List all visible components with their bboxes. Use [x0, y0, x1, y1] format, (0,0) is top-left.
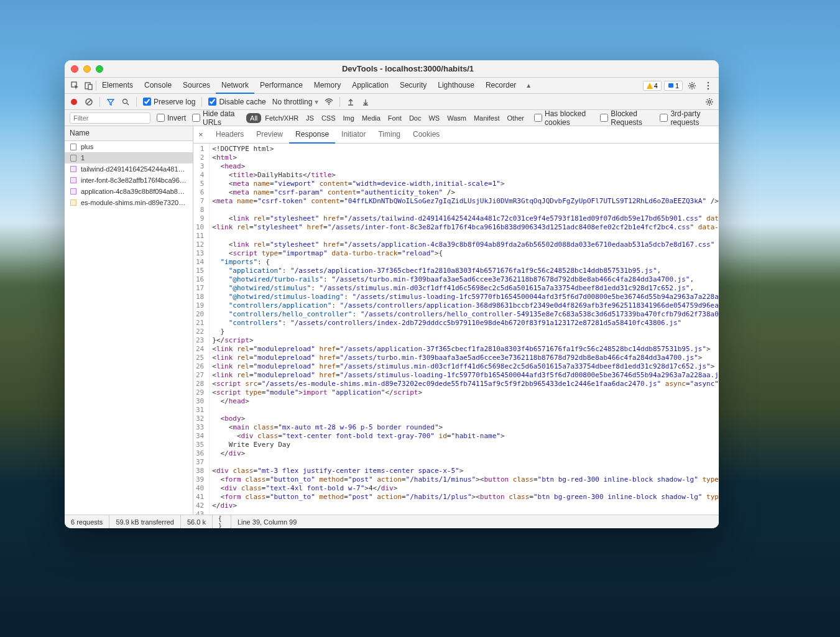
traffic-lights — [71, 65, 103, 73]
svg-rect-2 — [88, 85, 92, 89]
status-requests: 6 requests — [65, 515, 109, 528]
tab-console[interactable]: Console — [139, 78, 177, 94]
blocked-cookies-checkbox[interactable]: Has blocked cookies — [534, 109, 594, 127]
filter-type-fetchxhr[interactable]: Fetch/XHR — [261, 113, 302, 123]
settings-icon-2[interactable] — [705, 98, 714, 106]
network-toolbar: Preserve log Disable cache No throttling… — [65, 94, 719, 110]
code-content: <!DOCTYPE html><html> <head> <title>Dail… — [210, 144, 719, 515]
disable-cache-checkbox[interactable]: Disable cache — [208, 98, 265, 106]
download-icon[interactable] — [361, 98, 370, 106]
cursor-position: Line 39, Column 99 — [231, 515, 303, 528]
request-row[interactable]: tailwind-d24914164254244a481c72c… — [65, 163, 193, 175]
record-icon[interactable] — [70, 98, 78, 106]
sub-tab-headers[interactable]: Headers — [210, 126, 250, 144]
svg-point-13 — [328, 104, 330, 105]
filter-type-css[interactable]: CSS — [318, 113, 339, 123]
filter-type-font[interactable]: Font — [384, 113, 405, 123]
svg-point-14 — [708, 101, 711, 103]
device-toggle-icon[interactable] — [82, 79, 96, 93]
settings-icon[interactable] — [685, 79, 699, 93]
sub-tab-timing[interactable]: Timing — [372, 126, 407, 144]
main-tabs-row: ElementsConsoleSourcesNetworkPerformance… — [65, 78, 719, 94]
preserve-log-label: Preserve log — [154, 98, 195, 106]
svg-point-4 — [691, 85, 693, 87]
request-list: plus1tailwind-d24914164254244a481c72c…in… — [65, 141, 193, 515]
window-title: DevTools - localhost:3000/habits/1 — [103, 64, 713, 73]
svg-point-5 — [708, 81, 709, 83]
tab-network[interactable]: Network — [216, 78, 254, 94]
request-label: tailwind-d24914164254244a481c72c… — [81, 165, 188, 173]
tab-security[interactable]: Security — [394, 78, 432, 94]
recorder-preview-icon[interactable]: ▲ — [522, 79, 535, 93]
detail-sub-tabs: × HeadersPreviewResponseInitiatorTimingC… — [193, 126, 719, 144]
js-icon — [70, 199, 77, 206]
invert-checkbox[interactable]: Invert — [157, 114, 186, 122]
maximize-window-button[interactable] — [96, 65, 103, 73]
tab-elements[interactable]: Elements — [96, 78, 139, 94]
wifi-icon[interactable] — [325, 98, 333, 106]
line-gutter: 1234567891011121314151617181920212223242… — [193, 144, 210, 515]
request-label: inter-font-8c3e82affb176f4bca9616b8… — [81, 176, 188, 184]
request-row[interactable]: application-4c8a39c8b8f094ab89fda2… — [65, 186, 193, 197]
filter-type-other[interactable]: Other — [504, 113, 528, 123]
preserve-log-checkbox[interactable]: Preserve log — [143, 98, 195, 106]
status-transferred: 59.9 kB transferred — [109, 515, 181, 528]
hide-data-urls-checkbox[interactable]: Hide data URLs — [192, 109, 240, 127]
filter-icon[interactable] — [106, 98, 115, 106]
tab-memory[interactable]: Memory — [308, 78, 346, 94]
tab-application[interactable]: Application — [346, 78, 394, 94]
response-code-area[interactable]: 1234567891011121314151617181920212223242… — [193, 144, 719, 515]
filter-type-doc[interactable]: Doc — [405, 113, 425, 123]
doc-icon — [70, 143, 77, 150]
third-party-checkbox[interactable]: 3rd-party requests — [660, 109, 714, 127]
inspect-icon[interactable] — [68, 79, 82, 93]
filter-type-manifest[interactable]: Manifest — [470, 113, 504, 123]
name-column-header[interactable]: Name — [65, 126, 193, 141]
search-icon[interactable] — [121, 98, 130, 106]
filter-type-wasm[interactable]: Wasm — [443, 113, 470, 123]
tab-lighthouse[interactable]: Lighthouse — [432, 78, 480, 94]
css-icon — [70, 188, 77, 195]
sub-tab-initiator[interactable]: Initiator — [335, 126, 372, 144]
request-list-panel: Name plus1tailwind-d24914164254244a481c7… — [65, 126, 193, 515]
sub-tab-cookies[interactable]: Cookies — [407, 126, 446, 144]
blocked-requests-label: Blocked Requests — [611, 109, 653, 127]
request-row[interactable]: es-module-shims.min-d89e73202ec0… — [65, 197, 193, 208]
filter-row: Invert Hide data URLs AllFetch/XHRJSCSSI… — [65, 110, 719, 126]
blocked-requests-checkbox[interactable]: Blocked Requests — [600, 109, 653, 127]
format-icon[interactable]: { } — [213, 515, 231, 528]
svg-line-12 — [127, 103, 129, 105]
filter-type-media[interactable]: Media — [358, 113, 384, 123]
info-count: 1 — [675, 82, 679, 89]
close-window-button[interactable] — [71, 65, 78, 73]
tab-recorder[interactable]: Recorder — [480, 78, 522, 94]
devtools-window: DevTools - localhost:3000/habits/1 Eleme… — [65, 60, 719, 528]
clear-icon[interactable] — [85, 98, 93, 106]
filter-type-ws[interactable]: WS — [425, 113, 443, 123]
request-row[interactable]: 1 — [65, 152, 193, 163]
svg-point-8 — [71, 99, 77, 105]
filter-input[interactable] — [70, 112, 150, 124]
request-row[interactable]: plus — [65, 141, 193, 152]
sub-tab-preview[interactable]: Preview — [250, 126, 289, 144]
tab-performance[interactable]: Performance — [254, 78, 308, 94]
detail-panel: × HeadersPreviewResponseInitiatorTimingC… — [193, 126, 719, 515]
svg-line-10 — [87, 100, 91, 104]
upload-icon[interactable] — [346, 98, 355, 106]
throttling-select[interactable]: No throttling ▾ — [272, 98, 319, 106]
warnings-badge[interactable]: 4 — [643, 81, 662, 91]
hide-data-urls-label: Hide data URLs — [203, 109, 240, 127]
sub-tab-response[interactable]: Response — [289, 126, 335, 144]
info-badge[interactable]: 1 — [664, 81, 683, 91]
request-row[interactable]: inter-font-8c3e82affb176f4bca9616b8… — [65, 175, 193, 186]
filter-type-img[interactable]: Img — [339, 113, 358, 123]
filter-type-all[interactable]: All — [246, 113, 261, 123]
request-label: es-module-shims.min-d89e73202ec0… — [81, 199, 188, 206]
filter-type-js[interactable]: JS — [302, 113, 318, 123]
minimize-window-button[interactable] — [83, 65, 91, 73]
request-label: 1 — [81, 154, 85, 162]
more-icon[interactable] — [701, 79, 715, 93]
tab-sources[interactable]: Sources — [177, 78, 216, 94]
disable-cache-label: Disable cache — [219, 98, 265, 106]
close-detail-icon[interactable]: × — [198, 130, 210, 139]
